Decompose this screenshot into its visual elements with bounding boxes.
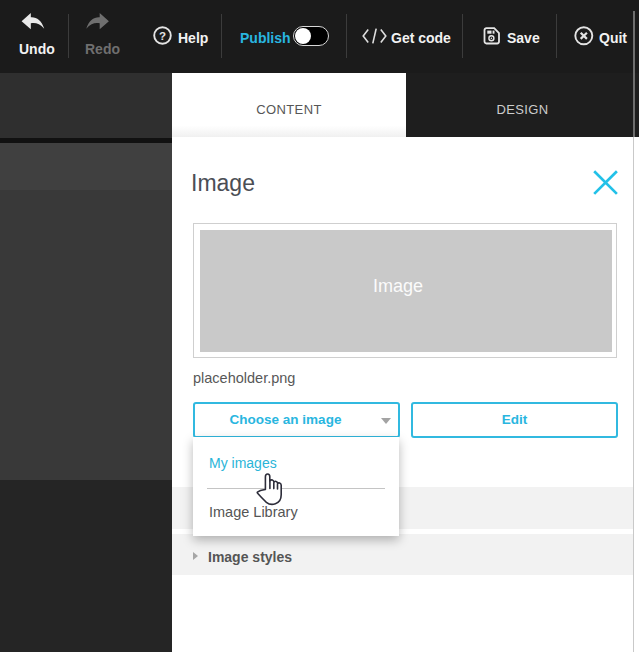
- svg-text:?: ?: [159, 30, 166, 42]
